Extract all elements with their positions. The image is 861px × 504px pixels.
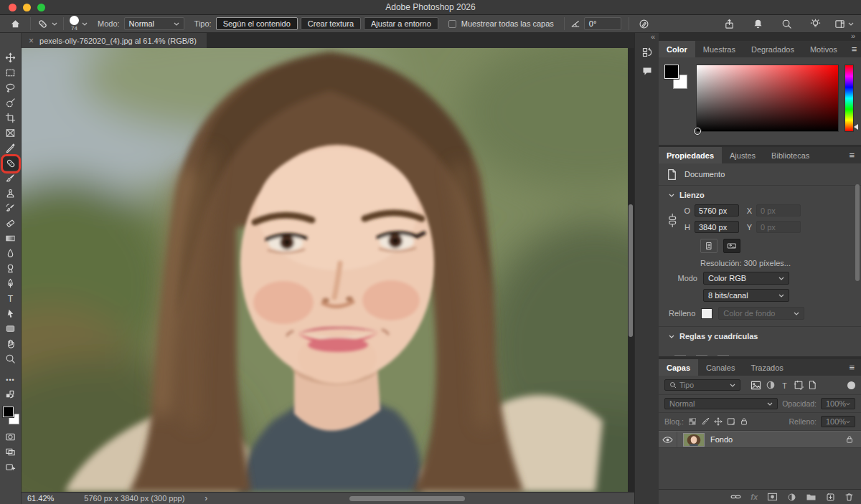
notifications-button[interactable] <box>748 16 767 32</box>
landscape-orientation-button[interactable] <box>723 239 740 253</box>
delete-layer-button[interactable] <box>844 493 854 502</box>
tab-color[interactable]: Color <box>659 41 695 57</box>
hue-slider-arrow[interactable] <box>854 124 858 130</box>
panel-menu-icon[interactable]: ≡ <box>845 41 861 57</box>
pen-tool[interactable] <box>1 276 20 291</box>
move-tool[interactable] <box>1 50 20 65</box>
foreground-color-swatch[interactable] <box>664 65 679 79</box>
filter-shape-layers-button[interactable] <box>794 380 804 390</box>
canvas-horizontal-scrollbar[interactable] <box>349 496 465 501</box>
canvas-vertical-scrollbar[interactable] <box>629 204 633 337</box>
eraser-tool[interactable] <box>1 216 20 231</box>
filter-pixel-layers-button[interactable] <box>751 381 761 390</box>
path-selection-tool[interactable] <box>1 306 20 321</box>
fill-color-swatch[interactable] <box>701 308 712 319</box>
color-swatches-widget[interactable] <box>664 65 690 92</box>
brush-tool[interactable] <box>1 171 20 186</box>
bit-depth-select[interactable]: 8 bits/canal <box>703 289 789 302</box>
layer-filter-select[interactable]: Tipo <box>664 379 740 391</box>
layer-styles-button[interactable]: fx <box>751 493 758 501</box>
canvas-area[interactable] <box>22 48 634 504</box>
tab-ajustes[interactable]: Ajustes <box>722 147 763 163</box>
filter-type-layers-button[interactable]: T <box>780 381 789 390</box>
angle-input[interactable]: 0° <box>584 17 621 30</box>
eyedropper-tool[interactable] <box>1 141 20 156</box>
new-group-button[interactable] <box>806 493 817 501</box>
status-arrow-icon[interactable]: › <box>184 493 207 503</box>
panel-menu-icon[interactable]: ≡ <box>842 147 861 163</box>
link-layers-button[interactable] <box>730 493 741 500</box>
layer-visibility-toggle[interactable] <box>659 432 677 447</box>
blur-tool[interactable] <box>1 246 20 261</box>
width-input[interactable]: 5760 px <box>695 204 739 217</box>
close-tab-icon[interactable]: × <box>29 36 34 46</box>
lock-pixels-button[interactable] <box>701 417 710 426</box>
height-input[interactable]: 3840 px <box>695 221 739 233</box>
document-tab[interactable]: × pexels-olly-762020_(4).jpg al 61.4% (R… <box>22 33 207 48</box>
comments-panel-button[interactable] <box>635 62 659 80</box>
collapse-dock-icon[interactable]: « <box>651 32 655 41</box>
lasso-tool[interactable] <box>1 80 20 95</box>
color-mode-select[interactable]: Color RGB <box>703 272 789 285</box>
filter-smart-objects-button[interactable] <box>808 380 817 390</box>
canvas-photo[interactable] <box>22 48 628 492</box>
type-content-aware-button[interactable]: Según el contenido <box>216 17 298 30</box>
foreground-background-swatches[interactable] <box>1 405 20 427</box>
type-tool[interactable]: T <box>1 291 20 306</box>
tab-capas[interactable]: Capas <box>659 359 698 376</box>
color-cursor[interactable] <box>694 128 701 135</box>
history-brush-tool[interactable] <box>1 201 20 216</box>
dodge-tool[interactable] <box>1 261 20 276</box>
spot-healing-brush-tool[interactable] <box>1 156 20 171</box>
y-input[interactable]: 0 px <box>756 221 801 233</box>
canvas-section-header[interactable]: Lienzo <box>659 186 861 204</box>
screen-mode-button[interactable] <box>1 444 20 460</box>
pen-pressure-toggle[interactable] <box>635 16 654 32</box>
tab-muestras[interactable]: Muestras <box>695 41 743 57</box>
tab-motivos[interactable]: Motivos <box>802 41 845 57</box>
crop-tool[interactable] <box>1 110 20 125</box>
workspace-switcher[interactable] <box>834 19 854 29</box>
lock-transparency-button[interactable] <box>688 417 697 426</box>
x-input[interactable]: 0 px <box>756 204 801 217</box>
object-selection-tool[interactable] <box>1 95 20 110</box>
filter-toggle-icon[interactable] <box>847 381 855 389</box>
panel-menu-icon[interactable]: ≡ <box>842 359 861 376</box>
properties-scrollbar[interactable] <box>855 184 860 281</box>
marquee-tool[interactable] <box>1 65 20 80</box>
lock-position-button[interactable] <box>714 417 723 426</box>
type-proximity-match-button[interactable]: Ajustar a entorno <box>364 17 438 30</box>
foreground-color-swatch[interactable] <box>3 406 14 417</box>
quick-mask-button[interactable] <box>1 429 20 444</box>
clone-stamp-tool[interactable] <box>1 186 20 201</box>
discover-button[interactable] <box>806 16 824 32</box>
swap-colors-button[interactable] <box>1 387 20 402</box>
tab-degradados[interactable]: Degradados <box>743 41 802 57</box>
tab-trazados[interactable]: Trazados <box>743 359 791 376</box>
frame-tool[interactable] <box>1 125 20 141</box>
new-layer-button[interactable] <box>826 493 835 502</box>
home-button[interactable] <box>6 16 24 32</box>
mode-select[interactable]: Normal <box>124 17 184 30</box>
type-create-texture-button[interactable]: Crear textura <box>301 17 361 30</box>
new-adjustment-layer-button[interactable] <box>787 493 796 502</box>
fill-select[interactable]: Color de fondo <box>718 307 804 320</box>
share-button[interactable] <box>720 16 738 32</box>
tab-bibliotecas[interactable]: Bibliotecas <box>763 147 817 163</box>
edit-toolbar-button[interactable]: ••• <box>1 372 20 387</box>
lock-all-button[interactable] <box>740 417 748 426</box>
layer-fill-input[interactable]: 100% <box>821 416 855 427</box>
hue-slider[interactable] <box>844 65 854 132</box>
layer-thumbnail[interactable] <box>683 433 705 447</box>
blend-mode-select[interactable]: Normal <box>664 398 778 409</box>
zoom-tool[interactable] <box>1 351 20 366</box>
search-button[interactable] <box>777 16 796 32</box>
generate-image-button[interactable] <box>1 460 20 475</box>
opacity-input[interactable]: 100% <box>821 398 855 409</box>
brush-size-picker[interactable]: 74 <box>70 16 79 32</box>
shape-tool[interactable] <box>1 321 20 336</box>
add-layer-mask-button[interactable] <box>767 493 778 501</box>
filter-adjustment-layers-button[interactable] <box>766 380 776 390</box>
history-panel-button[interactable] <box>635 43 659 62</box>
layer-row-fondo[interactable]: Fondo <box>659 431 861 448</box>
